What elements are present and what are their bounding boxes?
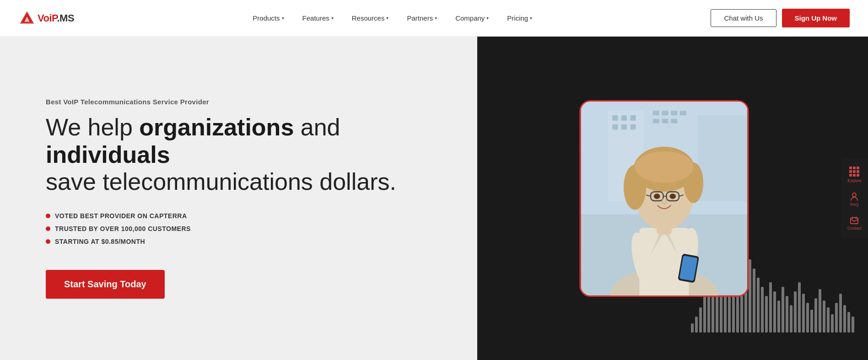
wave-bar — [699, 307, 702, 333]
wave-bar — [831, 314, 834, 333]
svg-rect-19 — [662, 118, 669, 123]
wave-bar — [806, 303, 809, 333]
hero-title-bold1: organizations — [139, 114, 294, 140]
nav-company-label: Company — [455, 14, 485, 22]
svg-rect-12 — [621, 124, 627, 129]
nav-pricing[interactable]: Pricing ▾ — [500, 11, 539, 26]
wave-bar — [786, 296, 788, 333]
sidebar-faq[interactable]: FAQ — [847, 189, 862, 210]
contact-label: Contact — [847, 226, 862, 231]
nav-features[interactable]: Features ▾ — [295, 11, 341, 26]
svg-rect-14 — [653, 111, 659, 115]
woman-illustration — [581, 102, 748, 296]
hero-image — [580, 100, 749, 297]
chevron-down-icon: ▾ — [282, 16, 284, 21]
hero-bullets: VOTED BEST PROVIDER ON CAPTERRA TRUSTED … — [46, 212, 441, 251]
sidebar-explore[interactable]: Explore — [845, 164, 864, 186]
wave-bar — [695, 317, 698, 333]
nav-features-label: Features — [302, 14, 329, 22]
bullet-capterra: VOTED BEST PROVIDER ON CAPTERRA — [46, 212, 441, 220]
person-icon — [850, 192, 859, 201]
bullet-dot-icon — [46, 214, 50, 218]
nav-pricing-label: Pricing — [507, 14, 528, 22]
wave-bar — [835, 303, 838, 333]
svg-rect-10 — [631, 115, 636, 121]
hero-section: Best VoIP Telecommunications Service Pro… — [0, 37, 868, 360]
nav-products[interactable]: Products ▾ — [245, 11, 291, 26]
grid-icon — [849, 167, 859, 177]
hero-title-text1: We help — [46, 114, 139, 140]
nav-partners[interactable]: Partners ▾ — [399, 11, 444, 26]
cta-button-bold: Today — [120, 279, 146, 289]
hero-title-text3: save telecommunications dollars. — [46, 168, 396, 195]
svg-rect-16 — [671, 111, 677, 115]
nav-resources[interactable]: Resources ▾ — [345, 11, 396, 26]
cta-button[interactable]: Start Saving Today — [46, 270, 165, 299]
hero-right: Explore FAQ Contact — [477, 37, 868, 360]
chat-button[interactable]: Chat with Us — [711, 9, 776, 27]
svg-rect-13 — [631, 124, 636, 129]
wave-bar — [802, 294, 805, 333]
svg-point-40 — [654, 193, 660, 199]
wave-bar — [847, 312, 850, 333]
wave-bar — [769, 282, 772, 333]
nav-company[interactable]: Company ▾ — [448, 11, 496, 26]
svg-point-42 — [852, 193, 856, 197]
wave-bar — [823, 301, 825, 333]
hero-image-placeholder — [581, 102, 748, 296]
chevron-down-icon: ▾ — [486, 16, 489, 21]
bullet-dot-icon — [46, 226, 50, 231]
bullet-price-text: STARTING AT $0.85/MONTH — [55, 238, 145, 245]
svg-rect-18 — [653, 118, 659, 123]
faq-label: FAQ — [850, 202, 858, 207]
svg-point-41 — [669, 193, 676, 199]
nav: Products ▾ Features ▾ Resources ▾ Partne… — [74, 11, 711, 26]
chevron-down-icon: ▾ — [530, 16, 532, 21]
sidebar-contact[interactable]: Contact — [845, 213, 864, 233]
sidebar-icons: Explore FAQ Contact — [841, 158, 868, 239]
chevron-down-icon: ▾ — [435, 16, 437, 21]
hero-subtitle: Best VoIP Telecommunications Service Pro… — [46, 98, 441, 106]
wave-bar — [819, 289, 821, 333]
wave-bar — [790, 305, 793, 333]
signup-button[interactable]: Sign Up Now — [782, 9, 850, 27]
hero-title: We help organizations and individuals sa… — [46, 114, 441, 196]
wave-bar — [765, 296, 768, 333]
wave-bar — [749, 259, 751, 333]
svg-point-34 — [635, 151, 694, 183]
hero-title-text2: and — [294, 114, 340, 140]
logo[interactable]: VoiP.MS — [18, 10, 74, 27]
svg-rect-8 — [613, 115, 618, 121]
svg-rect-20 — [671, 118, 677, 123]
bullet-price: STARTING AT $0.85/MONTH — [46, 238, 441, 245]
chevron-down-icon: ▾ — [386, 16, 388, 21]
logo-icon — [18, 10, 36, 27]
cta-button-text1: Start Saving — [64, 279, 120, 289]
svg-rect-17 — [680, 111, 686, 115]
header: VoiP.MS Products ▾ Features ▾ Resources … — [0, 0, 868, 37]
hero-left: Best VoIP Telecommunications Service Pro… — [0, 37, 477, 360]
bullet-capterra-text: VOTED BEST PROVIDER ON CAPTERRA — [55, 212, 187, 220]
wave-bar — [777, 301, 780, 333]
hero-title-bold2: individuals — [46, 141, 170, 168]
contact-icon — [850, 216, 859, 225]
bullet-customers-text: TRUSTED BY OVER 100,000 CUSTOMERS — [55, 225, 191, 232]
svg-rect-9 — [621, 115, 627, 121]
nav-partners-label: Partners — [407, 14, 433, 22]
wave-bar — [782, 287, 784, 333]
wave-bar — [810, 310, 813, 333]
wave-bar — [794, 291, 797, 333]
wave-bar — [753, 269, 755, 333]
nav-resources-label: Resources — [352, 14, 385, 22]
wave-bar — [814, 298, 817, 333]
wave-bar — [761, 287, 764, 333]
wave-bar — [843, 305, 846, 333]
wave-bar — [798, 282, 801, 333]
bullet-dot-icon — [46, 239, 50, 244]
wave-bar — [773, 291, 776, 333]
header-actions: Chat with Us Sign Up Now — [711, 9, 850, 27]
bullet-customers: TRUSTED BY OVER 100,000 CUSTOMERS — [46, 225, 441, 232]
svg-rect-15 — [662, 111, 669, 115]
logo-text: VoiP.MS — [38, 12, 74, 24]
svg-rect-43 — [851, 218, 858, 224]
